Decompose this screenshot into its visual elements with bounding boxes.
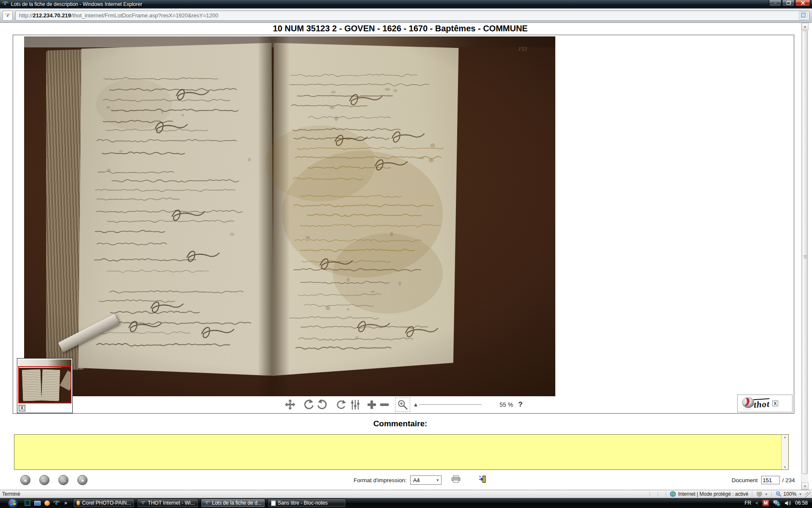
rotate-left-icon[interactable] xyxy=(302,399,315,411)
previous-page-icon: ← xyxy=(42,477,47,483)
help-button[interactable]: ? xyxy=(518,400,522,409)
bottom-toolbar: « ← → » Format d'impression: A4 ▼ Docume… xyxy=(0,472,812,489)
taskbar-button-thot-internet[interactable]: e THOT Internet - Wi... xyxy=(137,499,198,508)
quicklaunch-overflow-chevron[interactable]: » xyxy=(64,500,67,506)
rotate-page-icon[interactable] xyxy=(335,399,347,411)
tray-clock[interactable]: 06:58 xyxy=(795,500,808,506)
tray-expand-icon[interactable]: < xyxy=(756,500,758,505)
url-protocol: http:// xyxy=(19,12,33,19)
window-title: Lots de la fiche de description - Window… xyxy=(11,1,142,7)
internet-explorer-icon: e xyxy=(204,500,210,506)
print-format-value: A4 xyxy=(413,477,420,483)
thumbnail-view-region[interactable] xyxy=(18,366,71,403)
rotate-right-icon[interactable] xyxy=(316,399,329,411)
favicon-box: e xyxy=(3,11,13,21)
tray-mcafee-icon[interactable]: M xyxy=(763,500,769,506)
minimize-icon xyxy=(774,3,777,4)
scroll-up-icon: ▲ xyxy=(804,25,807,28)
manuscript-image[interactable]: 153 xyxy=(24,36,555,397)
address-input[interactable]: http://212.234.70.219/thot_internet/FrmL… xyxy=(15,11,809,21)
tray-language-indicator[interactable]: FR xyxy=(745,500,752,506)
comment-scrollbar[interactable]: ▲ ▼ xyxy=(781,435,788,469)
taskbar-button-label: Corel PHOTO-PAIN... xyxy=(82,500,131,506)
zoom-slider-thumb[interactable]: ▲ xyxy=(413,402,418,407)
thot-logo: thot X xyxy=(737,395,793,412)
quick-launch-bar: e xyxy=(24,500,60,506)
scrollbar-grip xyxy=(804,255,807,259)
nav-first-button[interactable]: « xyxy=(20,475,30,485)
zoom-dropdown-icon[interactable]: ▼ xyxy=(799,493,802,496)
scroll-up-icon[interactable]: ▲ xyxy=(784,435,787,439)
print-format-label: Format d'impression: xyxy=(354,477,407,483)
taskbar-button-notepad[interactable]: Sans titre - Bloc-notes xyxy=(268,499,346,508)
document-label: Document xyxy=(732,477,758,483)
start-button[interactable] xyxy=(8,498,18,508)
security-report-icon[interactable] xyxy=(756,491,763,497)
quicklaunch-corel-icon[interactable] xyxy=(44,500,50,506)
taskbar-button-corel[interactable]: Corel PHOTO-PAIN... xyxy=(73,499,134,508)
chevron-down-icon: ▼ xyxy=(436,478,439,482)
taskbar-button-lots-fiche[interactable]: e Lots de la fiche de d... xyxy=(201,499,265,508)
zoom-level-label: 55 % xyxy=(499,401,513,408)
internet-globe-icon xyxy=(670,491,676,497)
thot-logo-wordmark: thot xyxy=(753,398,770,409)
print-format-select[interactable]: A4 ▼ xyxy=(410,475,442,485)
window-scrollbar[interactable]: ▲ ▼ xyxy=(801,23,808,490)
nav-last-button[interactable]: » xyxy=(77,475,88,485)
scrollbar-thumb[interactable] xyxy=(802,30,808,474)
quicklaunch-console-icon[interactable] xyxy=(24,500,31,506)
nav-next-button[interactable]: → xyxy=(58,475,69,485)
navigator-thumbnail[interactable]: X xyxy=(17,358,73,413)
next-page-icon: → xyxy=(61,477,66,483)
adjust-levels-icon[interactable] xyxy=(350,399,360,411)
status-text: Terminé xyxy=(0,491,20,497)
restore-icon xyxy=(787,1,790,5)
zoom-slider[interactable]: ▲ xyxy=(413,402,482,407)
thumbnail-close-checkbox[interactable]: X xyxy=(19,405,25,411)
svg-text:e: e xyxy=(206,500,208,505)
nav-previous-button[interactable]: ← xyxy=(39,475,49,485)
exit-button[interactable] xyxy=(479,475,486,485)
tray-network-icon[interactable] xyxy=(773,500,780,506)
page-zoom-value[interactable]: 100% xyxy=(783,491,796,497)
close-button[interactable] xyxy=(795,0,810,6)
logo-close-checkbox[interactable]: X xyxy=(772,400,778,406)
svg-text:e: e xyxy=(55,500,58,506)
notepad-icon xyxy=(271,500,276,506)
url-host: 212.234.70.219 xyxy=(33,12,71,19)
address-bar: e http://212.234.70.219/thot_internet/Fr… xyxy=(0,8,812,23)
restore-button[interactable] xyxy=(782,0,795,6)
pan-tool-icon[interactable] xyxy=(284,399,296,411)
zoom-slider-track[interactable] xyxy=(419,404,482,405)
zoom-out-button[interactable] xyxy=(379,399,390,410)
folio-number: 153 xyxy=(518,45,527,52)
zoom-in-button[interactable] xyxy=(366,399,377,410)
system-tray: FR < M 06:58 xyxy=(745,500,808,506)
document-number-input[interactable] xyxy=(761,476,780,484)
taskbar: e » Corel PHOTO-PAIN... e THOT Internet … xyxy=(0,498,812,508)
page-zoom-icon[interactable] xyxy=(776,491,782,497)
close-icon xyxy=(801,1,805,5)
tray-volume-icon[interactable] xyxy=(785,500,791,506)
scroll-down-icon: ▼ xyxy=(804,485,807,488)
browser-viewport: 10 NUM 35123 2 - GOVEN - 1626 - 1670 - B… xyxy=(0,23,812,490)
photo-vignette xyxy=(24,36,555,397)
svg-text:e: e xyxy=(4,0,7,6)
scroll-down-icon[interactable]: ▼ xyxy=(784,465,787,469)
quicklaunch-show-desktop-icon[interactable] xyxy=(34,500,41,506)
resize-grip xyxy=(805,492,811,498)
svg-text:e: e xyxy=(6,12,9,18)
quicklaunch-internet-explorer-icon[interactable]: e xyxy=(53,500,60,506)
zoom-select-tool[interactable] xyxy=(395,398,410,412)
minimize-button[interactable] xyxy=(769,0,782,6)
first-page-icon: « xyxy=(24,477,27,483)
scroll-up-button[interactable]: ▲ xyxy=(801,23,809,30)
security-dropdown-icon[interactable]: ▼ xyxy=(765,493,768,496)
print-button[interactable] xyxy=(451,475,461,485)
comment-label: Commentaire: xyxy=(0,419,801,428)
comment-textarea[interactable] xyxy=(14,435,781,469)
compatibility-view-icon[interactable] xyxy=(799,11,807,20)
last-page-icon: » xyxy=(81,477,84,483)
scroll-down-button[interactable]: ▼ xyxy=(801,483,809,490)
comment-box: ▲ ▼ xyxy=(14,434,789,470)
